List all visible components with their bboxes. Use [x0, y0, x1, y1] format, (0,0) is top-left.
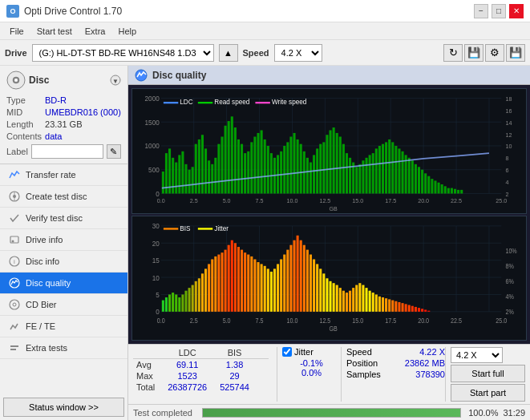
sidebar-item-drive-info[interactable]: Drive info — [0, 229, 127, 251]
label-edit-button[interactable]: ✎ — [107, 144, 121, 159]
disc-button[interactable]: 💾 — [464, 44, 483, 62]
toolbar-icons: ↻ 💾 ⚙ 💾 — [443, 44, 525, 62]
svg-rect-133 — [402, 151, 404, 194]
menu-start-test[interactable]: Start test — [30, 25, 79, 38]
start-full-button[interactable]: Start full — [451, 365, 525, 382]
jitter-checkbox[interactable] — [282, 347, 292, 357]
svg-rect-206 — [188, 288, 191, 312]
sidebar-label-create-test-disc: Create test disc — [26, 192, 87, 201]
svg-rect-229 — [264, 265, 266, 311]
svg-rect-255 — [349, 290, 351, 311]
svg-rect-276 — [418, 308, 420, 312]
svg-point-13 — [10, 300, 19, 309]
stats-table: LDC BIS Avg 69.11 1.38 Max — [133, 347, 277, 402]
svg-rect-79 — [225, 126, 227, 194]
svg-rect-241 — [303, 244, 305, 311]
svg-rect-223 — [244, 252, 246, 312]
status-window-label: Status window >> — [29, 402, 99, 412]
col-ldc: LDC — [161, 347, 213, 359]
svg-text:10%: 10% — [505, 247, 516, 255]
speed-select-row: 4.2 X — [451, 347, 525, 363]
svg-text:16: 16 — [505, 107, 512, 114]
total-ldc: 26387726 — [161, 382, 213, 393]
menu-file[interactable]: File — [3, 25, 30, 38]
svg-rect-272 — [405, 304, 407, 312]
svg-rect-63 — [172, 158, 174, 194]
transfer-rate-icon — [8, 168, 21, 181]
svg-rect-72 — [201, 135, 204, 193]
label-input[interactable] — [31, 144, 103, 159]
menu-help[interactable]: Help — [111, 25, 143, 38]
avg-label: Avg — [133, 359, 161, 371]
svg-rect-235 — [283, 254, 285, 311]
svg-rect-104 — [306, 158, 309, 194]
svg-rect-127 — [382, 144, 384, 194]
close-button[interactable]: ✕ — [509, 4, 524, 18]
drive-select[interactable]: (G:) HL-DT-ST BD-RE WH16NS48 1.D3 — [32, 44, 214, 62]
svg-rect-90 — [261, 131, 263, 194]
speed-value: 4.22 X — [419, 347, 445, 357]
svg-rect-216 — [220, 252, 223, 312]
mid-label: MID — [6, 107, 42, 118]
svg-rect-86 — [247, 151, 249, 194]
chart2-container: 0 5 10 15 20 30 2% 4% 6% 8% 10% 0.0 2.5 … — [131, 216, 527, 341]
sidebar-item-extra-tests[interactable]: Extra tests — [0, 337, 127, 359]
svg-rect-111 — [330, 131, 332, 194]
svg-rect-8 — [10, 236, 18, 243]
settings-button[interactable]: ⚙ — [485, 44, 504, 62]
sidebar-item-verify-test-disc[interactable]: Verify test disc — [0, 208, 127, 229]
start-part-button[interactable]: Start part — [451, 384, 525, 402]
maximize-button[interactable]: □ — [492, 4, 506, 18]
svg-rect-268 — [391, 300, 394, 311]
svg-rect-249 — [330, 281, 332, 311]
max-bis: 29 — [213, 370, 256, 382]
svg-rect-263 — [375, 294, 378, 311]
menu-extra[interactable]: Extra — [79, 25, 112, 38]
svg-rect-141 — [427, 176, 430, 194]
svg-rect-260 — [366, 288, 368, 312]
svg-rect-124 — [372, 153, 374, 193]
sidebar-item-cd-bier[interactable]: CD Bier — [0, 294, 127, 316]
svg-rect-81 — [231, 116, 233, 193]
svg-text:0.0: 0.0 — [157, 197, 165, 204]
refresh-button[interactable]: ↻ — [443, 44, 463, 62]
svg-rect-151 — [460, 190, 463, 194]
speed-select[interactable]: 4.2 X — [274, 44, 322, 62]
svg-rect-221 — [237, 247, 240, 312]
jitter-label: Jitter — [294, 347, 314, 357]
svg-rect-222 — [241, 249, 243, 311]
minimize-button[interactable]: − — [474, 4, 488, 18]
save-button[interactable]: 💾 — [506, 44, 525, 62]
svg-text:5.0: 5.0 — [223, 197, 231, 204]
svg-rect-251 — [336, 285, 338, 311]
svg-rect-224 — [247, 254, 249, 311]
svg-rect-282 — [198, 228, 212, 229]
svg-rect-85 — [244, 153, 246, 193]
svg-text:2.5: 2.5 — [190, 197, 198, 204]
svg-text:10: 10 — [505, 143, 512, 150]
disc-settings-icon[interactable]: ▼ — [110, 75, 121, 86]
svg-rect-60 — [162, 172, 164, 193]
svg-rect-220 — [234, 243, 237, 312]
sidebar-item-disc-quality[interactable]: Disc quality — [0, 273, 127, 294]
menubar: File Start test Extra Help — [0, 22, 530, 40]
svg-text:10: 10 — [152, 273, 160, 282]
svg-rect-109 — [322, 142, 325, 193]
progress-bar-inner — [203, 409, 460, 417]
svg-rect-278 — [424, 309, 427, 311]
svg-rect-252 — [339, 288, 342, 312]
svg-text:Write speed: Write speed — [272, 98, 307, 107]
svg-point-9 — [12, 240, 14, 243]
svg-rect-218 — [228, 244, 230, 311]
sidebar-item-create-test-disc[interactable]: Create test disc — [0, 186, 127, 208]
label-label: Label — [6, 146, 28, 157]
sidebar-item-fe-te[interactable]: FE / TE — [0, 316, 127, 337]
svg-text:15: 15 — [152, 256, 160, 265]
sidebar-item-disc-info[interactable]: i Disc info — [0, 251, 127, 273]
speed-select-stats[interactable]: 4.2 X — [451, 347, 503, 363]
eject-button[interactable]: ▲ — [219, 44, 238, 62]
svg-rect-98 — [286, 142, 289, 193]
sidebar-item-transfer-rate[interactable]: Transfer rate — [0, 164, 127, 186]
svg-rect-257 — [355, 285, 358, 311]
status-window-button[interactable]: Status window >> — [3, 398, 124, 417]
